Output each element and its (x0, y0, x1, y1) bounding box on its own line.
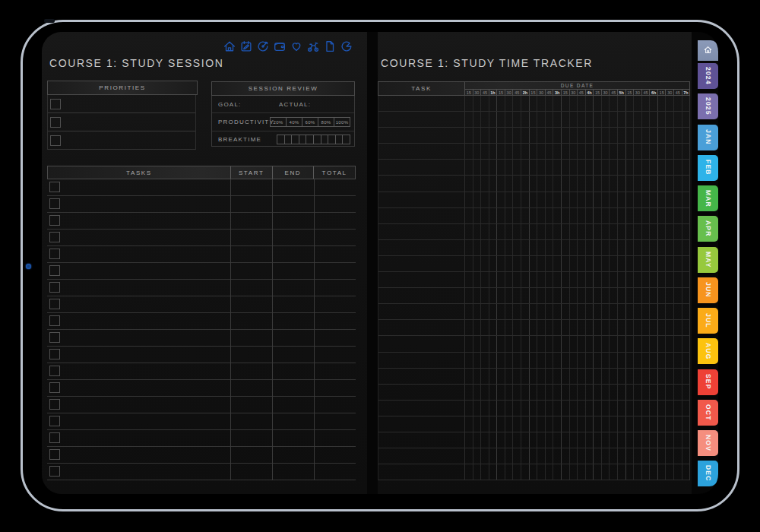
tracker-grid-cell[interactable] (634, 432, 642, 448)
tracker-grid-cell[interactable] (473, 192, 482, 207)
tracker-grid-cell[interactable] (530, 464, 538, 480)
tracker-grid-cell[interactable] (626, 304, 635, 319)
task-row[interactable] (47, 447, 356, 464)
tracker-grid-cell[interactable] (658, 432, 667, 448)
tracker-grid-cell[interactable] (650, 416, 658, 432)
tracker-grid-cell[interactable] (586, 240, 594, 255)
tracker-grid-cell[interactable] (610, 448, 618, 464)
tracker-grid-cell[interactable] (658, 464, 667, 480)
tracker-task-cell[interactable] (378, 144, 465, 159)
tracker-grid-cell[interactable] (586, 385, 594, 400)
tracker-grid-cell[interactable] (562, 240, 570, 255)
tracker-grid-cell[interactable] (513, 416, 521, 432)
tracker-grid-cell[interactable] (505, 416, 514, 432)
exercise-icon[interactable] (306, 40, 320, 53)
tracker-grid-cell[interactable] (530, 288, 538, 303)
tracker-grid-cell[interactable] (473, 353, 482, 368)
tracker-grid-cell[interactable] (481, 385, 489, 400)
tracker-grid-cell[interactable] (578, 304, 586, 319)
tracker-grid-cell[interactable] (650, 464, 658, 480)
tracker-grid-cell[interactable] (618, 320, 626, 335)
tracker-grid-cell[interactable] (570, 272, 578, 287)
tracker-grid-cell[interactable] (570, 320, 578, 335)
tracker-grid-cell[interactable] (626, 320, 635, 335)
tracker-grid-cell[interactable] (674, 96, 682, 111)
tracker-grid-cell[interactable] (546, 320, 554, 335)
tracker-grid-cell[interactable] (586, 96, 594, 111)
tracker-grid-cell[interactable] (553, 401, 562, 416)
tracker-grid-cell[interactable] (465, 336, 473, 351)
tracker-task-cell[interactable] (378, 176, 465, 191)
tracker-grid-cell[interactable] (481, 256, 489, 271)
tracker-grid-cell[interactable] (674, 272, 682, 287)
tracker-task-cell[interactable] (378, 353, 465, 368)
task-checkbox[interactable] (49, 198, 60, 209)
tracker-grid-cell[interactable] (642, 320, 651, 335)
task-checkbox[interactable] (49, 282, 60, 293)
tracker-grid-cell[interactable] (570, 288, 578, 303)
tracker-grid-cell[interactable] (489, 385, 498, 400)
tracker-grid-cell[interactable] (570, 160, 578, 175)
tracker-grid-cell[interactable] (674, 288, 682, 303)
tracker-grid-cell[interactable] (546, 112, 554, 127)
tracker-grid-cell[interactable] (634, 369, 642, 384)
tracker-grid-cell[interactable] (618, 240, 626, 255)
tracker-grid-cell[interactable] (513, 240, 521, 255)
tracker-grid-cell[interactable] (465, 272, 473, 287)
tab-mar[interactable]: MAR (698, 185, 718, 211)
tracker-grid-cell[interactable] (513, 401, 521, 416)
tracker-grid-cell[interactable] (626, 432, 635, 448)
tracker-grid-cell[interactable] (489, 240, 498, 255)
tracker-grid-cell[interactable] (594, 272, 602, 287)
tracker-grid-cell[interactable] (626, 176, 635, 191)
tracker-grid-cell[interactable] (682, 112, 690, 127)
tracker-grid-cell[interactable] (530, 160, 538, 175)
tracker-grid-cell[interactable] (666, 336, 674, 351)
tracker-grid-cell[interactable] (505, 448, 514, 464)
tracker-grid-cell[interactable] (618, 176, 626, 191)
tracker-grid-cell[interactable] (666, 224, 674, 239)
tracker-grid-cell[interactable] (578, 353, 586, 368)
tracker-grid-cell[interactable] (618, 336, 626, 351)
tracker-grid-cell[interactable] (505, 128, 514, 143)
tracker-grid-cell[interactable] (553, 288, 562, 303)
tracker-grid-cell[interactable] (610, 224, 618, 239)
tracker-grid-cell[interactable] (465, 160, 473, 175)
tracker-grid-cell[interactable] (682, 464, 690, 480)
tracker-grid-cell[interactable] (650, 401, 658, 416)
tracker-grid-cell[interactable] (473, 160, 482, 175)
tracker-grid-cell[interactable] (465, 240, 473, 255)
tracker-grid-cell[interactable] (586, 176, 594, 191)
tracker-grid-cell[interactable] (682, 96, 690, 111)
tracker-grid-cell[interactable] (594, 176, 602, 191)
task-row[interactable] (47, 397, 356, 413)
tracker-grid-cell[interactable] (465, 96, 473, 111)
tracker-grid-cell[interactable] (682, 448, 690, 464)
tracker-grid-cell[interactable] (578, 320, 586, 335)
tracker-grid-cell[interactable] (658, 128, 667, 143)
tracker-grid-cell[interactable] (513, 336, 521, 351)
heart-icon[interactable] (290, 40, 303, 53)
tracker-grid-cell[interactable] (602, 224, 610, 239)
tracker-grid-cell[interactable] (658, 336, 667, 351)
tracker-grid-cell[interactable] (465, 416, 473, 432)
tracker-grid-cell[interactable] (674, 144, 682, 159)
tracker-grid-cell[interactable] (473, 385, 482, 400)
tracker-grid-cell[interactable] (682, 432, 690, 448)
tracker-grid-cell[interactable] (562, 224, 570, 239)
tracker-grid-cell[interactable] (626, 464, 635, 480)
tracker-grid-cell[interactable] (473, 369, 482, 384)
tracker-grid-cell[interactable] (530, 128, 538, 143)
tracker-grid-cell[interactable] (505, 288, 514, 303)
tracker-grid-cell[interactable] (521, 208, 530, 223)
tracker-grid-cell[interactable] (650, 144, 658, 159)
tracker-task-cell[interactable] (378, 96, 465, 111)
tracker-grid-cell[interactable] (513, 272, 521, 287)
tracker-grid-cell[interactable] (658, 208, 667, 223)
tracker-grid-cell[interactable] (650, 336, 658, 351)
tracker-grid-cell[interactable] (682, 224, 690, 239)
tracker-grid-cell[interactable] (626, 192, 635, 207)
tracker-row[interactable] (378, 353, 689, 369)
tracker-task-cell[interactable] (378, 288, 465, 303)
tracker-grid-cell[interactable] (546, 256, 554, 271)
